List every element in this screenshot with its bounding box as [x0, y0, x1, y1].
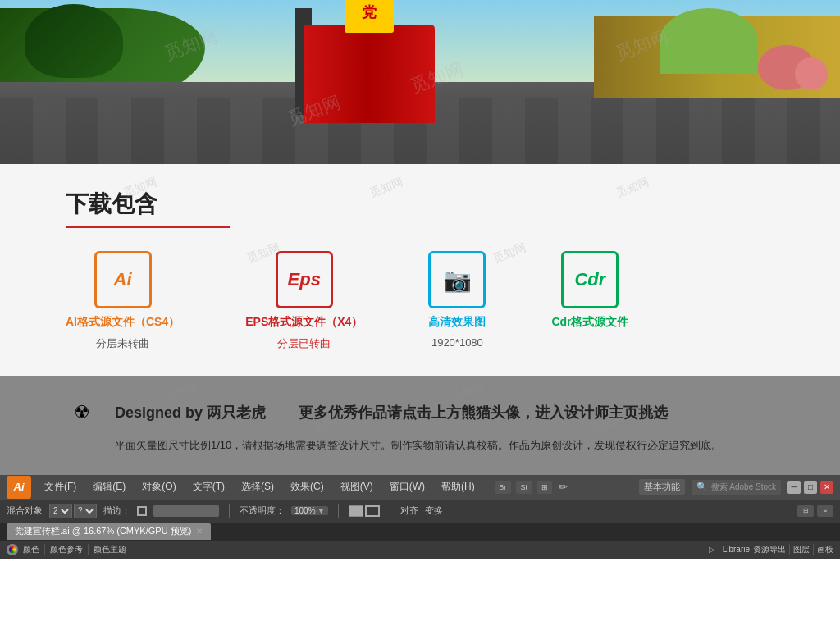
photo-file-sublabel: 1920*1080	[431, 336, 483, 349]
designer-description: 平面矢量图尺寸比例1/10，请根据场地需要调整设计尺寸。制作实物前请认真校稿。作…	[115, 437, 774, 454]
maximize-button[interactable]: □	[804, 481, 817, 494]
triangle-icon: ▷	[709, 545, 715, 554]
designer-name: Designed by 两只老虎	[115, 403, 266, 422]
eps-file-icon: Eps	[276, 251, 333, 308]
menu-window[interactable]: 窗口(W)	[386, 478, 428, 495]
ai-app-logo: Ai	[7, 476, 31, 499]
cdr-file-label: Cdr格式源文件	[551, 315, 628, 330]
designer-section: 觅知网 觅知网 觅知网 觅知网 ☢ Designed by 两只老虎 更多优秀作…	[0, 376, 840, 475]
align-button[interactable]: 对齐	[400, 504, 418, 517]
stroke-swatch	[137, 506, 147, 516]
librarie-label[interactable]: Librarie	[723, 545, 750, 554]
basic-function-button[interactable]: 基本功能	[639, 479, 685, 495]
stroke-color-swatch[interactable]	[365, 505, 380, 517]
menu-effects[interactable]: 效果(C)	[287, 478, 327, 495]
document-tabbar: 党建宣传栏.ai @ 16.67% (CMYK/GPU 预览) ✕	[0, 523, 840, 541]
download-item-eps: Eps EPS格式源文件（X4） 分层已转曲	[245, 251, 363, 351]
asset-export-label[interactable]: 资源导出	[753, 544, 786, 555]
toolbar-divider-1	[229, 504, 230, 518]
download-items-list: Ai AI格式源文件（CS4） 分层未转曲 Eps EPS格式源文件（X4） 分…	[66, 251, 774, 351]
eps-file-sublabel: 分层已转曲	[277, 336, 331, 351]
palette-right-divider	[719, 544, 719, 555]
blend-option-select[interactable]: ?	[74, 504, 97, 518]
color-wheel-icon	[7, 544, 18, 555]
palette-right-divider-3	[813, 544, 814, 555]
properties-toolbar: 混合对象 235 ? 描边： 不透明度： 100% ▼ 对齐 变换 ⊞ ≡	[0, 500, 840, 523]
panel-icon-1[interactable]: ⊞	[797, 505, 814, 517]
panel-icon-2[interactable]: ≡	[817, 505, 833, 517]
menu-select[interactable]: 选择(S)	[238, 478, 277, 495]
blend-steps-select[interactable]: 235	[49, 504, 72, 518]
download-item-ai: Ai AI格式源文件（CS4） 分层未转曲	[66, 251, 180, 351]
ai-file-label: AI格式源文件（CS4）	[66, 315, 180, 330]
download-item-cdr: Cdr Cdr格式源文件	[551, 251, 628, 336]
grid-icon: ⊞	[537, 481, 552, 494]
section-title: 下载包含	[66, 189, 774, 220]
panel-controls: ⊞ ≡	[797, 505, 833, 517]
search-stock[interactable]: 🔍 搜索 Adobe Stock	[692, 480, 781, 495]
mixed-object-label: 混合对象	[7, 504, 43, 517]
document-tab-active[interactable]: 党建宣传栏.ai @ 16.67% (CMYK/GPU 预览) ✕	[7, 523, 211, 540]
palette-bar: 颜色 颜色参考 颜色主题 ▷ Librarie 资源导出 图层 画板	[0, 541, 840, 559]
preview-image: 党 觅知网 觅知网 觅知网 觅知网	[0, 0, 840, 164]
palette-color: 颜色	[23, 544, 39, 555]
toolbar-divider-3	[390, 504, 390, 518]
palette-color-label[interactable]: 颜色	[23, 544, 39, 555]
menu-text[interactable]: 文字(T)	[189, 478, 228, 495]
color-swatches	[349, 505, 380, 517]
designer-info: ☢ Designed by 两只老虎 更多优秀作品请点击上方熊猫头像，进入设计师…	[66, 396, 774, 429]
eps-file-label: EPS格式源文件（X4）	[245, 315, 363, 330]
toolbar-divider-2	[338, 504, 339, 518]
tab-close-button[interactable]: ✕	[196, 527, 203, 536]
pen-icon: ✏	[557, 481, 570, 494]
close-button[interactable]: ✕	[820, 481, 833, 494]
menu-edit[interactable]: 编辑(E)	[89, 478, 129, 495]
taskbar-right: 基本功能 🔍 搜索 Adobe Stock ─ □ ✕	[639, 479, 833, 495]
stroke-width-slider[interactable]	[153, 505, 219, 517]
cdr-file-icon: Cdr	[561, 251, 619, 308]
color-indicator	[7, 544, 18, 555]
app-taskbar: Ai 文件(F) 编辑(E) 对象(O) 文字(T) 选择(S) 效果(C) 视…	[0, 475, 840, 500]
right-panels: ▷ Librarie 资源导出 图层 画板	[709, 544, 833, 555]
opacity-arrow[interactable]: ▼	[317, 506, 326, 515]
menu-file[interactable]: 文件(F)	[41, 478, 80, 495]
designer-cta: 更多优秀作品请点击上方熊猫头像，进入设计师主页挑选	[299, 403, 668, 422]
layers-label[interactable]: 图层	[793, 544, 810, 555]
download-section: 觅知网 觅知网 觅知网 觅知网 觅知网 下载包含 Ai AI格式源文件（CS4）…	[0, 164, 840, 376]
transform-button[interactable]: 变换	[425, 504, 443, 517]
ai-file-icon: Ai	[94, 251, 152, 308]
window-controls: ─ □ ✕	[788, 481, 833, 494]
photo-file-icon: 📷	[428, 251, 486, 308]
download-item-photo: 📷 高清效果图 1920*1080	[428, 251, 486, 349]
palette-color-theme-label[interactable]: 颜色主题	[94, 544, 126, 555]
menu-view[interactable]: 视图(V)	[337, 478, 377, 495]
hazmat-icon: ☢	[66, 396, 98, 429]
ai-file-sublabel: 分层未转曲	[96, 336, 149, 351]
opacity-input-group: 100% ▼	[291, 506, 328, 515]
fill-swatch[interactable]	[349, 505, 363, 517]
opacity-label: 不透明度：	[240, 504, 285, 517]
palette-divider-1	[44, 544, 45, 555]
palette-divider-2	[88, 544, 89, 555]
menu-help[interactable]: 帮助(H)	[438, 478, 478, 495]
stroke-label: 描边：	[103, 504, 130, 517]
palette-color-theme: 颜色主题	[94, 544, 126, 555]
section-divider	[66, 226, 230, 228]
palette-right-divider-2	[789, 544, 790, 555]
opacity-value: 100%	[294, 506, 316, 515]
menu-object[interactable]: 对象(O)	[139, 478, 179, 495]
tab-label: 党建宣传栏.ai @ 16.67% (CMYK/GPU 预览)	[15, 525, 191, 537]
palette-color-ref: 颜色参考	[50, 544, 83, 555]
minimize-button[interactable]: ─	[788, 481, 801, 494]
br-icon: Br	[495, 481, 511, 494]
st-icon: St	[516, 481, 532, 494]
photo-file-label: 高清效果图	[428, 315, 486, 330]
artboard-label[interactable]: 画板	[817, 544, 833, 555]
palette-color-ref-label[interactable]: 颜色参考	[50, 544, 83, 555]
